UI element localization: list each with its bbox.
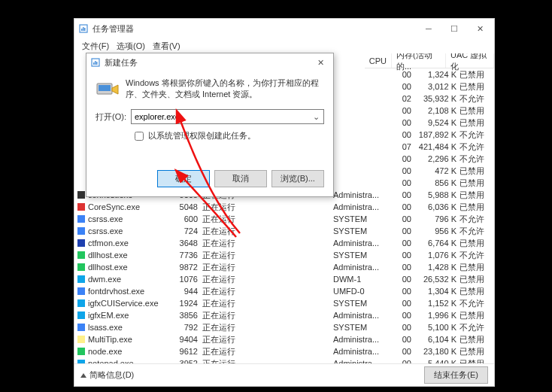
menu-file[interactable]: 文件(F) — [79, 41, 112, 52]
process-icon — [76, 323, 86, 332]
close-button[interactable]: ✕ — [467, 19, 493, 38]
detail-toggle[interactable]: 简略信息(D) — [80, 369, 134, 381]
cell-cpu: 00 — [389, 311, 416, 320]
cell-uac: 不允许 — [459, 298, 494, 309]
open-combobox[interactable]: ⌄ — [131, 109, 324, 124]
table-row[interactable]: notepad.exe3952正在运行Administra...005,440 … — [74, 357, 494, 363]
minimize-button[interactable]: ─ — [416, 19, 441, 38]
process-icon — [76, 251, 86, 260]
cell-status: 正在运行 — [202, 238, 249, 249]
cell-cpu: 00 — [389, 130, 416, 139]
cell-uac: 已禁用 — [459, 166, 494, 177]
cell-cpu: 00 — [389, 178, 416, 187]
cell-memory: 6,036 K — [416, 202, 459, 211]
cell-user: Administra... — [333, 239, 389, 248]
table-row[interactable]: fontdrvhost.exe944正在运行UMFD-0001,304 K已禁用 — [74, 285, 494, 297]
cell-cpu: 00 — [389, 202, 416, 211]
cell-status: 正在运行 — [202, 322, 249, 333]
cell-user: Administra... — [333, 202, 389, 211]
app-icon — [79, 24, 88, 33]
maximize-button[interactable]: ☐ — [441, 19, 467, 38]
dialog-desc: Windows 将根据你所键入的名称，为你打开相应的程序、文件夹、文档或 Int… — [126, 77, 324, 102]
col-uac[interactable]: UAC 虚拟化 — [446, 53, 494, 68]
admin-checkbox[interactable] — [135, 132, 144, 141]
chevron-down-icon[interactable]: ⌄ — [311, 112, 320, 122]
table-row[interactable]: igfxEM.exe3856正在运行Administra...001,996 K… — [74, 309, 494, 321]
cell-pid: 600 — [171, 214, 202, 223]
table-row[interactable]: MultiTip.exe9404正在运行Administra...006,104… — [74, 333, 494, 345]
table-row[interactable]: csrss.exe724正在运行SYSTEM00956 K不允许 — [74, 225, 494, 237]
cell-memory: 23,180 K — [416, 347, 459, 356]
cell-user: SYSTEM — [333, 299, 389, 308]
col-cpu[interactable]: CPU — [365, 53, 392, 68]
table-row[interactable]: node.exe9612正在运行Administra...0023,180 K已… — [74, 345, 494, 357]
cell-pid: 9872 — [171, 263, 202, 272]
menubar: 文件(F) 选项(O) 查看(V) — [74, 38, 494, 53]
cell-uac: 不允许 — [459, 322, 494, 333]
table-row[interactable]: csrss.exe600正在运行SYSTEM00796 K不允许 — [74, 213, 494, 225]
menu-view[interactable]: 查看(V) — [150, 41, 183, 52]
cell-uac: 已禁用 — [459, 358, 494, 364]
dialog-body: Windows 将根据你所键入的名称，为你打开相应的程序、文件夹、文档或 Int… — [86, 71, 333, 164]
cell-memory: 6,104 K — [416, 335, 459, 344]
table-row[interactable]: igfxCUIService.exe1924正在运行SYSTEM001,152 … — [74, 297, 494, 309]
process-icon — [76, 299, 86, 308]
process-icon — [76, 359, 86, 363]
cell-cpu: 00 — [389, 154, 416, 163]
cell-pid: 724 — [171, 226, 202, 236]
svg-rect-2 — [83, 27, 84, 31]
cancel-button[interactable]: 取消 — [214, 170, 267, 187]
cell-uac: 已禁用 — [459, 334, 494, 345]
menu-options[interactable]: 选项(O) — [114, 41, 148, 52]
svg-rect-5 — [93, 62, 95, 65]
dialog-titlebar: 新建任务 ✕ — [86, 53, 333, 71]
cell-status: 正在运行 — [202, 250, 249, 261]
cell-memory: 1,304 K — [416, 287, 459, 296]
cell-status: 正在运行 — [202, 226, 249, 237]
table-row[interactable]: dllhost.exe7736正在运行SYSTEM001,076 K不允许 — [74, 249, 494, 261]
table-row[interactable]: dwm.exe1076正在运行DWM-10026,532 K已禁用 — [74, 273, 494, 285]
ok-button[interactable]: 确定 — [157, 170, 210, 187]
cell-pid: 3856 — [171, 311, 202, 320]
cell-memory: 1,076 K — [416, 251, 459, 260]
cell-status: 正在运行 — [202, 358, 249, 364]
cell-memory: 26,532 K — [416, 275, 459, 284]
table-row[interactable]: ctfmon.exe3648正在运行Administra...006,764 K… — [74, 237, 494, 249]
cell-name: fontdrvhost.exe — [86, 287, 171, 296]
col-memory[interactable]: 内存(活动的... — [392, 53, 446, 68]
process-icon — [76, 275, 86, 284]
window-controls: ─ ☐ ✕ — [416, 19, 493, 38]
cell-name: igfxEM.exe — [86, 311, 171, 320]
table-row[interactable]: lsass.exe792正在运行SYSTEM005,100 K不允许 — [74, 321, 494, 333]
cell-status: 正在运行 — [202, 310, 249, 321]
cell-pid: 792 — [171, 323, 202, 332]
process-icon — [76, 347, 86, 356]
table-row[interactable]: CoreSync.exe5048正在运行Administra...006,036… — [74, 201, 494, 213]
process-icon — [76, 287, 86, 296]
cell-memory: 1,324 K — [416, 70, 459, 79]
table-row[interactable]: dllhost.exe9872正在运行Administra...001,428 … — [74, 261, 494, 273]
cell-uac: 已禁用 — [459, 286, 494, 297]
cell-memory: 1,996 K — [416, 311, 459, 320]
cell-status: 正在运行 — [202, 214, 249, 225]
detail-label: 简略信息(D) — [89, 369, 134, 381]
cell-memory: 9,524 K — [416, 118, 459, 127]
cell-uac: 已禁用 — [459, 190, 494, 201]
cell-memory: 856 K — [416, 178, 459, 187]
cell-pid: 7736 — [171, 251, 202, 260]
dialog-close-button[interactable]: ✕ — [309, 53, 332, 71]
svg-rect-6 — [95, 61, 96, 65]
cell-name: csrss.exe — [86, 226, 171, 236]
table-header: CPU 内存(活动的... UAC 虚拟化 — [365, 53, 494, 68]
cell-pid: 3648 — [171, 239, 202, 248]
cell-uac: 不允许 — [459, 141, 494, 153]
open-input[interactable] — [135, 112, 311, 121]
chevron-up-icon — [80, 373, 86, 378]
end-task-button[interactable]: 结束任务(E) — [424, 366, 488, 384]
browse-button[interactable]: 浏览(B)... — [271, 170, 324, 187]
cell-cpu: 00 — [389, 251, 416, 260]
cell-status: 正在运行 — [202, 346, 249, 357]
cell-user: DWM-1 — [333, 275, 389, 284]
cell-cpu: 00 — [389, 275, 416, 284]
titlebar: 任务管理器 ─ ☐ ✕ — [74, 19, 494, 38]
